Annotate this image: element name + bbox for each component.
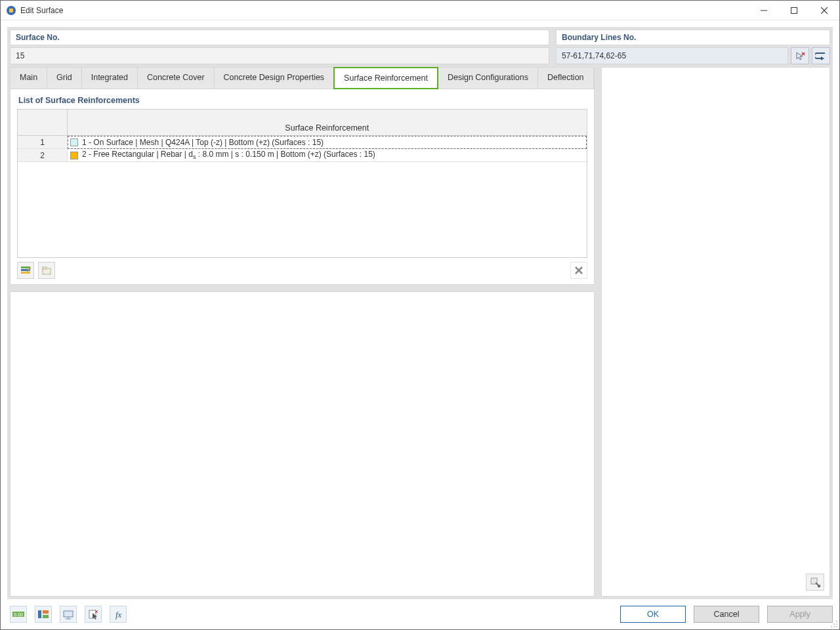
resize-grip-icon[interactable] [830,620,838,628]
app-icon [6,5,16,16]
grid-header-main: Surface Reinforcement [68,110,587,135]
boundary-lines-input[interactable]: 57-61,71,74,62-65 [556,47,788,64]
edit-list-button[interactable] [17,262,34,279]
grid-header-rownum [18,110,68,135]
cancel-button[interactable]: Cancel [694,606,759,623]
svg-rect-12 [43,267,47,269]
dialog-window: Edit Surface Surface No. 15 Boundary Lin… [0,0,840,630]
svg-rect-21 [64,611,73,617]
view-button[interactable] [60,606,77,623]
body-row: Main Grid Integrated Concrete Cover Conc… [10,67,830,597]
svg-point-33 [836,626,837,627]
svg-point-30 [836,623,837,625]
table-row[interactable]: 2 2 - Free Rectangular | Rebar | ds : 8.… [18,149,587,162]
svg-rect-8 [21,266,30,268]
svg-rect-20 [43,615,49,618]
select-button[interactable] [85,606,102,623]
row-text: 2 - Free Rectangular | Rebar | ds : 8.0 … [82,150,375,160]
panel-toolbar [10,258,594,284]
client-area: Surface No. 15 Boundary Lines No. 57-61,… [1,20,839,629]
color-swatch [70,152,78,159]
tab-concrete-cover[interactable]: Concrete Cover [138,68,215,89]
svg-point-31 [831,626,832,627]
row-number: 2 [18,149,68,162]
boundary-lines-label: Boundary Lines No. [556,30,830,45]
tab-integrated[interactable]: Integrated [82,68,138,89]
minimize-button[interactable] [749,1,779,20]
table-row[interactable]: 1 1 - On Surface | Mesh | Q424A | Top (-… [18,136,587,149]
svg-rect-19 [43,610,49,614]
tab-grid[interactable]: Grid [47,68,82,89]
svg-rect-3 [791,7,797,13]
svg-text:fx: fx [116,610,122,620]
color-swatch [70,138,78,146]
delete-row-button[interactable] [570,262,587,279]
surface-no-label: Surface No. [10,30,549,45]
pick-lines-button[interactable] [791,47,809,64]
library-button[interactable] [38,262,55,279]
tab-deflection[interactable]: Deflection [538,68,594,89]
svg-rect-1 [9,9,13,12]
formula-button[interactable]: fx [110,606,127,623]
close-button[interactable] [809,1,839,20]
svg-point-28 [836,621,837,622]
svg-point-29 [833,623,835,625]
row-number: 1 [18,136,68,149]
row-text: 1 - On Surface | Mesh | Q424A | Top (-z)… [82,138,324,147]
ok-button[interactable]: OK [620,606,686,623]
reverse-button[interactable] [812,47,830,64]
display-button[interactable] [35,606,52,623]
tab-concrete-design-properties[interactable]: Concrete Design Properties [215,68,335,89]
maximize-button[interactable] [779,1,809,20]
surface-no-input[interactable]: 15 [10,47,549,64]
tab-design-configurations[interactable]: Design Configurations [438,68,538,89]
reinforcement-grid[interactable]: Surface Reinforcement 1 1 - On Surface |… [17,109,587,258]
tab-main[interactable]: Main [10,68,47,89]
tab-surface-reinforcement[interactable]: Surface Reinforcement [333,67,438,89]
side-panel [601,67,830,597]
svg-rect-18 [38,610,41,618]
preview-panel [10,291,595,597]
svg-rect-10 [21,272,30,274]
window-title: Edit Surface [20,6,749,15]
section-title: List of Surface Reinforcements [10,89,594,109]
apply-button[interactable]: Apply [767,606,833,623]
units-button[interactable]: 0.00 [10,606,27,623]
view-options-button[interactable] [806,574,824,591]
dialog-inner: Surface No. 15 Boundary Lines No. 57-61,… [7,27,833,599]
svg-point-32 [833,626,835,627]
tab-strip: Main Grid Integrated Concrete Cover Conc… [10,68,594,89]
tabs-panel: Main Grid Integrated Concrete Cover Conc… [10,67,595,285]
titlebar[interactable]: Edit Surface [1,1,839,20]
dialog-footer: 0.00 fx OK Cancel Apply [1,599,839,629]
header-row: Surface No. 15 Boundary Lines No. 57-61,… [10,30,830,64]
svg-text:0.00: 0.00 [14,612,23,617]
